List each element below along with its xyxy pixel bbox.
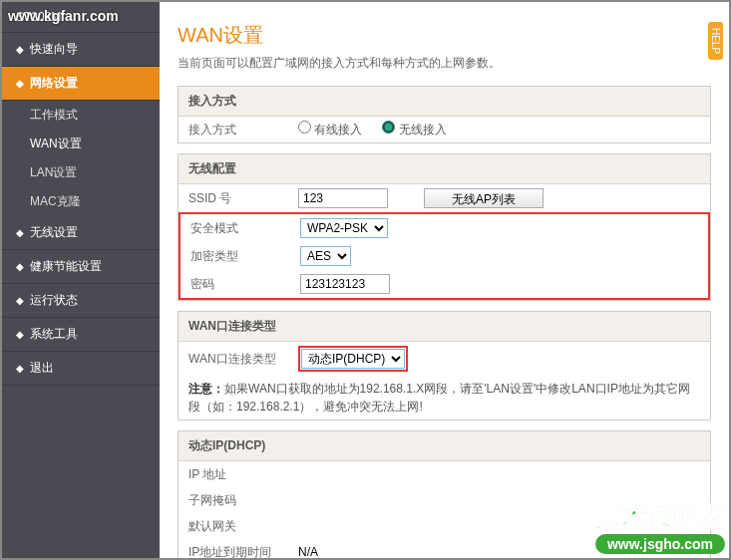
bullet-icon: ◆ (16, 78, 24, 89)
nav-mac-clone[interactable]: MAC克隆 (2, 187, 160, 216)
nav-status[interactable]: ◆运行状态 (2, 284, 160, 318)
nav-system-tools[interactable]: ◆系统工具 (2, 318, 160, 352)
highlight-wan-select: 动态IP(DHCP) (298, 346, 408, 372)
label-mask: 子网掩码 (188, 492, 298, 509)
page-description: 当前页面可以配置广域网的接入方式和每种方式的上网参数。 (178, 55, 711, 72)
password-input[interactable] (300, 274, 390, 294)
nav-quick-guide[interactable]: ◆快速向导 (2, 33, 160, 67)
nav-network-settings[interactable]: ◆网络设置 (2, 67, 160, 101)
encryption-select[interactable]: AES (300, 246, 351, 266)
label-password: 密码 (190, 276, 300, 293)
nav-health-energy[interactable]: ◆健康节能设置 (2, 250, 160, 284)
ssid-input[interactable] (298, 188, 388, 208)
security-mode-select[interactable]: WPA2-PSK (300, 218, 388, 238)
nav-logout[interactable]: ◆退出 (2, 352, 160, 386)
nav-work-mode[interactable]: 工作模式 (2, 101, 160, 130)
section-header-wireless: 无线配置 (179, 154, 710, 184)
label-ssid: SSID 号 (188, 190, 298, 207)
wan-type-select[interactable]: 动态IP(DHCP) (301, 349, 405, 369)
section-header-dhcp: 动态IP(DHCP) (179, 431, 710, 461)
label-ip: IP 地址 (188, 466, 298, 483)
sidebar: ST302M ◆快速向导 ◆网络设置 工作模式 WAN设置 LAN设置 MAC克… (2, 2, 160, 558)
nav-lan-settings[interactable]: LAN设置 (2, 158, 160, 187)
nav-wan-settings[interactable]: WAN设置 (2, 130, 160, 158)
bullet-icon: ◆ (16, 295, 24, 306)
watermark-url: www.jsgho.com (595, 534, 725, 554)
radio-wired[interactable]: 有线接入 (298, 121, 362, 139)
bullet-icon: ◆ (16, 363, 24, 374)
page-title: WAN设置 (178, 22, 711, 49)
wan-note: 注意：如果WAN口获取的地址为192.168.1.X网段，请至'LAN设置'中修… (179, 376, 710, 420)
section-header-wan: WAN口连接类型 (179, 312, 710, 342)
nav-wireless-settings[interactable]: ◆无线设置 (2, 216, 160, 250)
label-encryption: 加密类型 (190, 248, 300, 265)
label-wan-type: WAN口连接类型 (188, 351, 298, 368)
watermark-text: 技术员联盟 (595, 499, 725, 534)
help-button[interactable]: HELP (708, 22, 723, 60)
label-security-mode: 安全模式 (190, 220, 300, 237)
bullet-icon: ◆ (16, 329, 24, 340)
section-wireless-config: 无线配置 SSID 号 无线AP列表 安全模式 WPA2-PSK 加密类型 (178, 153, 711, 301)
label-expire: IP地址到期时间 (188, 544, 298, 559)
label-gateway: 默认网关 (188, 518, 298, 535)
label-access-mode: 接入方式 (188, 122, 298, 139)
section-header-access: 接入方式 (179, 87, 710, 117)
bullet-icon: ◆ (16, 261, 24, 272)
section-wan-type: WAN口连接类型 WAN口连接类型 动态IP(DHCP) 注意：如果WAN口获取… (178, 311, 711, 420)
bullet-icon: ◆ (16, 44, 24, 55)
section-access-mode: 接入方式 接入方式 有线接入 无线接入 (178, 86, 711, 143)
ap-list-button[interactable]: 无线AP列表 (424, 188, 544, 208)
bullet-icon: ◆ (16, 227, 24, 238)
watermark-corner: 技术员联盟 www.jsgho.com (595, 499, 725, 554)
watermark-top: www.kgfanr.com (8, 8, 119, 24)
radio-wireless[interactable]: 无线接入 (382, 121, 446, 139)
content-area: HELP WAN设置 当前页面可以配置广域网的接入方式和每种方式的上网参数。 接… (160, 2, 729, 558)
highlight-security-box: 安全模式 WPA2-PSK 加密类型 AES 密码 (179, 212, 710, 300)
